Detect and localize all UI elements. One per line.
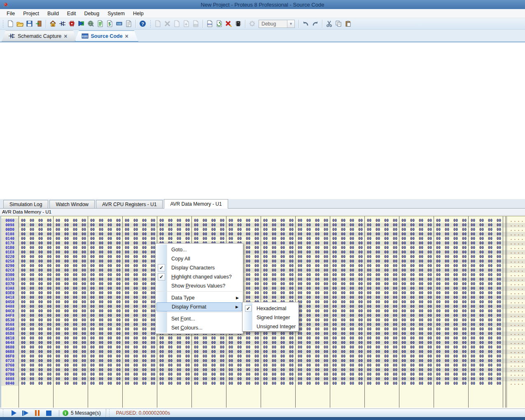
memory-byte[interactable]: 00 — [272, 282, 279, 286]
memory-byte[interactable]: 00 — [445, 377, 452, 381]
memory-byte[interactable]: 00 — [332, 291, 339, 295]
memory-byte[interactable]: 00 — [401, 327, 408, 332]
memory-byte[interactable]: 00 — [272, 363, 279, 368]
memory-byte[interactable]: 00 — [488, 282, 495, 286]
memory-byte[interactable]: 00 — [453, 232, 460, 237]
memory-byte[interactable]: 00 — [56, 237, 63, 241]
new-project-icon[interactable] — [6, 19, 15, 28]
memory-byte[interactable]: 00 — [471, 327, 478, 332]
memory-byte[interactable]: 00 — [99, 350, 106, 354]
memory-byte[interactable]: 00 — [445, 268, 452, 273]
memory-byte[interactable]: 00 — [272, 277, 279, 282]
memory-byte[interactable]: 00 — [315, 255, 322, 259]
memory-byte[interactable]: 00 — [384, 241, 391, 246]
memory-byte[interactable]: 00 — [30, 232, 37, 237]
memory-byte[interactable]: 00 — [341, 291, 348, 295]
memory-byte[interactable]: 00 — [479, 377, 486, 381]
memory-byte[interactable]: 00 — [445, 363, 452, 368]
memory-byte[interactable]: 00 — [21, 300, 28, 304]
memory-byte[interactable]: 00 — [453, 259, 460, 264]
memory-byte[interactable]: 00 — [306, 241, 313, 246]
memory-byte[interactable]: 00 — [246, 264, 253, 268]
memory-byte[interactable]: 00 — [177, 354, 184, 359]
memory-byte[interactable]: 00 — [453, 318, 460, 323]
memory-byte[interactable]: 00 — [298, 277, 305, 282]
stop-button[interactable] — [46, 411, 51, 416]
menu-system[interactable]: System — [103, 10, 129, 17]
memory-byte[interactable]: 00 — [30, 345, 37, 350]
memory-byte[interactable]: 00 — [107, 286, 114, 291]
memory-byte[interactable]: 00 — [315, 295, 322, 300]
memory-byte[interactable]: 00 — [401, 273, 408, 277]
source-code-editor[interactable] — [0, 42, 525, 199]
memory-row[interactable]: 0680000000000000000000000000000000000000… — [1, 345, 525, 350]
memory-byte[interactable]: 00 — [159, 223, 166, 227]
memory-byte[interactable]: 00 — [237, 381, 244, 386]
memory-byte[interactable]: 00 — [30, 300, 37, 304]
memory-byte[interactable]: 00 — [107, 268, 114, 273]
memory-byte[interactable]: 00 — [107, 313, 114, 318]
memory-byte[interactable]: 00 — [90, 372, 97, 377]
memory-byte[interactable]: 00 — [280, 282, 287, 286]
memory-byte[interactable]: 00 — [38, 318, 45, 323]
memory-byte[interactable]: 00 — [90, 237, 97, 241]
memory-byte[interactable]: 00 — [315, 309, 322, 313]
memory-byte[interactable]: 00 — [410, 241, 417, 246]
memory-byte[interactable]: 00 — [142, 223, 149, 227]
memory-byte[interactable]: 00 — [471, 300, 478, 304]
memory-byte[interactable]: 00 — [453, 255, 460, 259]
memory-byte[interactable]: 00 — [306, 304, 313, 309]
schematic-capture-icon[interactable] — [58, 19, 67, 28]
memory-byte[interactable]: 00 — [280, 350, 287, 354]
memory-byte[interactable]: 00 — [125, 313, 132, 318]
memory-byte[interactable]: 00 — [142, 318, 149, 323]
memory-byte[interactable]: 00 — [367, 359, 374, 363]
memory-row[interactable]: 02C8000000000000000000000000000000000000… — [1, 268, 525, 273]
memory-byte[interactable]: 00 — [350, 341, 357, 345]
info-icon[interactable]: i — [63, 410, 68, 416]
memory-byte[interactable]: 00 — [203, 237, 210, 241]
memory-byte[interactable]: 00 — [332, 323, 339, 327]
memory-byte[interactable]: 00 — [436, 295, 443, 300]
memory-byte[interactable]: 00 — [367, 309, 374, 313]
memory-byte[interactable]: 00 — [30, 377, 37, 381]
memory-byte[interactable]: 00 — [30, 341, 37, 345]
memory-byte[interactable]: 00 — [410, 372, 417, 377]
memory-byte[interactable]: 00 — [315, 227, 322, 232]
memory-byte[interactable]: 00 — [229, 237, 236, 241]
memory-byte[interactable]: 00 — [332, 259, 339, 264]
memory-byte[interactable]: 00 — [298, 264, 305, 268]
memory-byte[interactable]: 00 — [133, 286, 140, 291]
memory-byte[interactable]: 00 — [341, 332, 348, 336]
memory-byte[interactable]: 00 — [38, 255, 45, 259]
memory-byte[interactable]: 00 — [315, 237, 322, 241]
memory-byte[interactable]: 00 — [133, 332, 140, 336]
memory-byte[interactable]: 00 — [332, 336, 339, 341]
memory-byte[interactable]: 00 — [64, 232, 71, 237]
memory-byte[interactable]: 00 — [168, 359, 175, 363]
memory-byte[interactable]: 00 — [376, 237, 383, 241]
memory-byte[interactable]: 00 — [410, 259, 417, 264]
panel-tab-avr-cpu-registers-u1[interactable]: AVR CPU Registers - U1 — [96, 200, 163, 208]
memory-byte[interactable]: 00 — [410, 304, 417, 309]
memory-byte[interactable]: 00 — [436, 273, 443, 277]
memory-byte[interactable]: 00 — [410, 273, 417, 277]
memory-byte[interactable]: 00 — [142, 218, 149, 223]
memory-byte[interactable]: 00 — [90, 241, 97, 246]
memory-byte[interactable]: 00 — [419, 300, 426, 304]
memory-byte[interactable]: 00 — [38, 332, 45, 336]
memory-byte[interactable]: 00 — [64, 286, 71, 291]
memory-byte[interactable]: 00 — [315, 291, 322, 295]
menu-help[interactable]: Help — [129, 10, 148, 17]
memory-byte[interactable]: 00 — [73, 273, 80, 277]
memory-row[interactable]: 0220000000000000000000000000000000000000… — [1, 255, 525, 259]
memory-byte[interactable]: 00 — [488, 255, 495, 259]
memory-byte[interactable]: 00 — [298, 232, 305, 237]
memory-byte[interactable]: 00 — [280, 246, 287, 250]
memory-byte[interactable]: 00 — [211, 232, 218, 237]
memory-byte[interactable]: 00 — [125, 218, 132, 223]
memory-byte[interactable]: 00 — [73, 241, 80, 246]
memory-byte[interactable]: 00 — [64, 282, 71, 286]
memory-byte[interactable]: 00 — [38, 350, 45, 354]
memory-byte[interactable]: 00 — [401, 291, 408, 295]
